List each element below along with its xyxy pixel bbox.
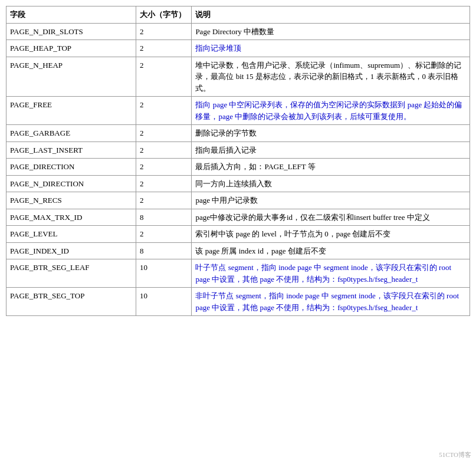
table-row: PAGE_LAST_INSERT2指向最后插入记录 — [6, 141, 470, 159]
desc-cell: page 中用户记录数 — [192, 192, 470, 209]
size-cell: 2 — [136, 23, 192, 40]
header-size: 大小（字节） — [136, 6, 192, 24]
field-cell: PAGE_N_RECS — [6, 192, 136, 209]
size-cell: 2 — [136, 97, 192, 125]
desc-cell: 指向最后插入记录 — [192, 141, 470, 159]
size-cell: 2 — [136, 192, 192, 209]
desc-cell: 堆中记录数，包含用户记录、系统记录（infimum、supremum）、标记删除… — [192, 57, 470, 97]
table-row: PAGE_HEAP_TOP2指向记录堆顶 — [6, 40, 470, 57]
desc-cell: 叶子节点 segment，指向 inode page 中 segment ino… — [192, 259, 470, 288]
desc-cell: page中修改记录的最大事务id，仅在二级索引和insert buffer tr… — [192, 209, 470, 226]
size-cell: 8 — [136, 242, 192, 259]
desc-cell: 指向记录堆顶 — [192, 40, 470, 57]
table-row: PAGE_INDEX_ID8该 page 所属 index id，page 创建… — [6, 242, 470, 259]
table-row: PAGE_N_DIR_SLOTS2Page Directory 中槽数量 — [6, 23, 470, 40]
size-cell: 10 — [136, 259, 192, 288]
field-cell: PAGE_LAST_INSERT — [6, 141, 136, 159]
size-cell: 2 — [136, 40, 192, 57]
table-row: PAGE_LEVEL2索引树中该 page 的 level，叶子节点为 0，pa… — [6, 226, 470, 243]
size-cell: 2 — [136, 226, 192, 243]
field-cell: PAGE_BTR_SEG_TOP — [6, 288, 136, 316]
size-cell: 2 — [136, 141, 192, 159]
table-row: PAGE_DIRECTION2最后插入方向，如：PAGE_LEFT 等 — [6, 159, 470, 176]
desc-cell: 同一方向上连续插入数 — [192, 175, 470, 192]
field-cell: PAGE_HEAP_TOP — [6, 40, 136, 57]
field-cell: PAGE_DIRECTION — [6, 159, 136, 176]
field-cell: PAGE_BTR_SEG_LEAF — [6, 259, 136, 288]
desc-cell: 最后插入方向，如：PAGE_LEFT 等 — [192, 159, 470, 176]
size-cell: 10 — [136, 288, 192, 316]
field-cell: PAGE_N_DIRECTION — [6, 175, 136, 192]
field-cell: PAGE_GARBAGE — [6, 125, 136, 142]
header-field: 字段 — [6, 6, 136, 24]
field-cell: PAGE_FREE — [6, 97, 136, 125]
size-cell: 2 — [136, 159, 192, 176]
table-row: PAGE_N_DIRECTION2同一方向上连续插入数 — [6, 175, 470, 192]
table-row: PAGE_BTR_SEG_TOP10非叶子节点 segment，指向 inode… — [6, 288, 470, 316]
size-cell: 2 — [136, 175, 192, 192]
field-cell: PAGE_N_DIR_SLOTS — [6, 23, 136, 40]
main-table: 字段 大小（字节） 说明 PAGE_N_DIR_SLOTS2Page Direc… — [6, 6, 470, 316]
size-cell: 2 — [136, 125, 192, 142]
field-cell: PAGE_MAX_TRX_ID — [6, 209, 136, 226]
size-cell: 2 — [136, 57, 192, 97]
table-row: PAGE_MAX_TRX_ID8page中修改记录的最大事务id，仅在二级索引和… — [6, 209, 470, 226]
field-cell: PAGE_N_HEAP — [6, 57, 136, 97]
desc-cell: 索引树中该 page 的 level，叶子节点为 0，page 创建后不变 — [192, 226, 470, 243]
table-row: PAGE_FREE2指向 page 中空闲记录列表，保存的值为空闲记录的实际数据… — [6, 97, 470, 125]
desc-cell: 非叶子节点 segment，指向 inode page 中 segment in… — [192, 288, 470, 316]
field-cell: PAGE_INDEX_ID — [6, 242, 136, 259]
desc-cell: 指向 page 中空闲记录列表，保存的值为空闲记录的实际数据到 page 起始处… — [192, 97, 470, 125]
table-row: PAGE_GARBAGE2删除记录的字节数 — [6, 125, 470, 142]
table-row: PAGE_N_RECS2page 中用户记录数 — [6, 192, 470, 209]
size-cell: 8 — [136, 209, 192, 226]
table-row: PAGE_BTR_SEG_LEAF10叶子节点 segment，指向 inode… — [6, 259, 470, 288]
desc-cell: 删除记录的字节数 — [192, 125, 470, 142]
table-row: PAGE_N_HEAP2堆中记录数，包含用户记录、系统记录（infimum、su… — [6, 57, 470, 97]
desc-cell: 该 page 所属 index id，page 创建后不变 — [192, 242, 470, 259]
field-cell: PAGE_LEVEL — [6, 226, 136, 243]
header-desc: 说明 — [192, 6, 470, 24]
desc-cell: Page Directory 中槽数量 — [192, 23, 470, 40]
